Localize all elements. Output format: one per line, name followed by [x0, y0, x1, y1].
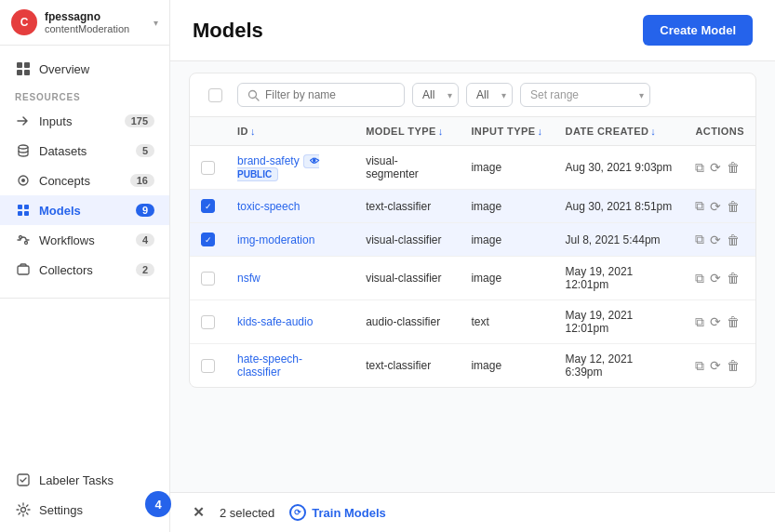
deselect-button[interactable]: ✕ [193, 504, 205, 521]
copy-icon[interactable]: ⧉ [695, 232, 704, 247]
overview-icon [15, 60, 32, 77]
th-model-type: MODEL TYPE↓ [354, 117, 460, 146]
date-filter[interactable]: Set range [520, 83, 650, 107]
input-type-cell: image [460, 190, 554, 223]
model-id-link[interactable]: kids-safe-audio [237, 315, 313, 328]
row-checkbox[interactable] [201, 315, 215, 329]
sidebar-item-collectors[interactable]: Collectors 2 [0, 255, 169, 285]
inputs-label: Inputs [39, 114, 72, 128]
username: fpessagno [45, 10, 154, 23]
version-icon[interactable]: ⟳ [710, 199, 721, 214]
date-created-cell: Jul 8, 2021 5:44pm [555, 223, 685, 257]
sidebar-item-models[interactable]: Models 9 [0, 195, 169, 225]
row-checkbox[interactable] [201, 199, 215, 213]
model-type-select[interactable]: All [412, 83, 459, 107]
delete-icon[interactable]: 🗑 [727, 271, 740, 286]
id-sort-icon: ↓ [250, 126, 256, 137]
concepts-count: 16 [130, 174, 154, 187]
row-checkbox[interactable] [201, 161, 215, 175]
input-type-cell: image [460, 344, 554, 388]
input-type-select-wrap: All [466, 83, 513, 107]
sidebar-header[interactable]: C fpessagno contentModeration ▾ [0, 0, 169, 46]
copy-icon[interactable]: ⧉ [695, 314, 704, 330]
th-input-type: INPUT TYPE↓ [460, 117, 554, 146]
table-container: All All Set range ID↓ [189, 73, 756, 388]
copy-icon[interactable]: ⧉ [695, 358, 704, 374]
delete-icon[interactable]: 🗑 [727, 314, 740, 329]
workflows-icon [15, 232, 32, 248]
sidebar-item-concepts[interactable]: Concepts 16 [0, 166, 169, 195]
model-id-link[interactable]: brand-safety [237, 154, 300, 167]
table-area: All All Set range ID↓ [170, 61, 775, 492]
sidebar-item-inputs[interactable]: Inputs 175 [0, 106, 169, 136]
train-models-button[interactable]: ⟳ Train Models [289, 504, 385, 521]
version-icon[interactable]: ⟳ [710, 271, 721, 286]
inputs-count: 175 [125, 114, 154, 127]
copy-icon[interactable]: ⧉ [695, 271, 704, 286]
sidebar-item-workflows[interactable]: Workflows 4 [0, 225, 169, 255]
models-icon [15, 202, 32, 219]
svg-rect-0 [17, 62, 22, 68]
svg-rect-3 [24, 70, 30, 75]
model-type-sort-icon: ↓ [438, 126, 444, 137]
sidebar-float-button[interactable]: 4 [145, 491, 171, 517]
date-created-cell: May 19, 2021 12:01pm [555, 257, 685, 300]
model-id-link[interactable]: toxic-speech [237, 200, 300, 213]
delete-icon[interactable]: 🗑 [727, 358, 740, 373]
delete-icon[interactable]: 🗑 [727, 233, 740, 247]
copy-icon[interactable]: ⧉ [695, 160, 704, 176]
input-type-select[interactable]: All [466, 83, 513, 107]
select-all-checkbox[interactable] [208, 88, 222, 102]
row-checkbox[interactable] [201, 359, 215, 373]
model-id-link[interactable]: hate-speech-classifier [237, 352, 302, 379]
table-row: nsfwvisual-classifierimageMay 19, 2021 1… [190, 257, 755, 300]
row-checkbox[interactable] [201, 233, 215, 246]
overview-label: Overview [39, 62, 89, 76]
chevron-down-icon: ▾ [154, 18, 158, 28]
settings-label: Settings [39, 503, 83, 517]
sidebar-item-datasets[interactable]: Datasets 5 [0, 136, 169, 166]
th-id: ID↓ [226, 117, 354, 146]
delete-icon[interactable]: 🗑 [727, 199, 740, 214]
models-label: Models [39, 204, 81, 218]
version-icon[interactable]: ⟳ [710, 160, 721, 175]
table-row: toxic-speechtext-classifierimageAug 30, … [190, 190, 755, 223]
th-checkbox [190, 117, 226, 146]
avatar: C [11, 9, 37, 35]
version-icon[interactable]: ⟳ [710, 314, 721, 329]
bottom-bar: ✕ 2 selected ⟳ Train Models [170, 492, 775, 532]
delete-icon[interactable]: 🗑 [727, 160, 740, 175]
datasets-label: Datasets [39, 144, 87, 158]
svg-point-12 [25, 242, 28, 245]
concepts-label: Concepts [39, 174, 90, 188]
row-checkbox[interactable] [201, 272, 215, 286]
collectors-icon [15, 261, 32, 278]
sidebar-item-labeler-tasks[interactable]: Labeler Tasks [0, 465, 169, 495]
table-head: ID↓ MODEL TYPE↓ INPUT TYPE↓ DATE CREATED… [190, 117, 755, 146]
copy-icon[interactable]: ⧉ [695, 198, 704, 214]
sidebar-nav: Overview RESOURCES Inputs 175 Datasets 5… [0, 46, 169, 292]
page-title: Models [193, 19, 263, 43]
labeler-tasks-icon [15, 472, 32, 488]
version-icon[interactable]: ⟳ [710, 358, 721, 373]
sidebar-item-overview[interactable]: Overview [0, 53, 169, 85]
sidebar-item-settings[interactable]: Settings [0, 495, 169, 525]
model-id-link[interactable]: nsfw [237, 272, 261, 285]
resources-label: RESOURCES [0, 85, 169, 106]
search-icon [247, 89, 260, 101]
create-model-button[interactable]: Create Model [643, 15, 753, 46]
model-id-link[interactable]: img-moderation [237, 233, 314, 246]
collectors-count: 2 [136, 263, 154, 276]
svg-rect-14 [18, 474, 29, 485]
model-type-cell: visual-classifier [354, 257, 460, 300]
table-row: hate-speech-classifiertext-classifierima… [190, 344, 755, 388]
date-filter-wrap: Set range [520, 83, 650, 107]
filter-by-name-input[interactable] [265, 88, 386, 101]
model-type-cell: text-classifier [354, 190, 460, 223]
input-type-sort-icon: ↓ [538, 126, 543, 137]
concepts-icon [15, 172, 32, 189]
inputs-icon [15, 113, 32, 129]
datasets-count: 5 [136, 144, 154, 157]
version-icon[interactable]: ⟳ [710, 233, 721, 247]
sidebar-divider [0, 298, 169, 299]
